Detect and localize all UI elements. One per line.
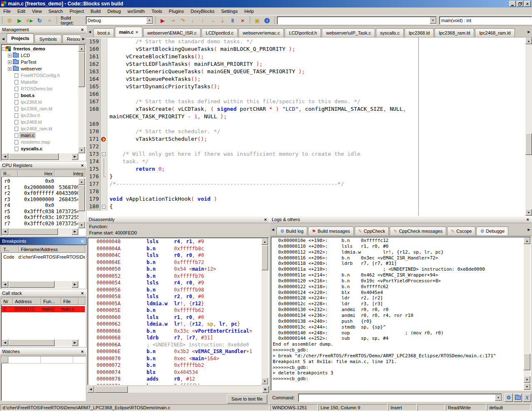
code-line[interactable]: 171 vTaskStartScheduler();	[87, 136, 525, 143]
menu-item-file[interactable]: File	[0, 7, 14, 15]
debug-stop-button[interactable]: ×	[238, 16, 248, 25]
scroll-left-icon[interactable]: ◀	[2, 153, 8, 160]
disassembly-row[interactable]: 00000060lslsr1, r0, #0	[88, 314, 261, 321]
scroll-down-icon[interactable]: ▼	[78, 222, 85, 228]
scroll-right-icon[interactable]: ▶	[72, 281, 78, 288]
debug-continue-button[interactable]: ▶	[158, 16, 168, 25]
disassembly-row[interactable]: 0000004Clslsr0, r0, #0	[88, 252, 261, 259]
minimize-button[interactable]	[509, 1, 516, 7]
chevron-down-icon[interactable]: ▼	[495, 394, 502, 401]
close-icon[interactable]: ×	[80, 239, 85, 244]
scroll-right-icon[interactable]: ▶	[72, 228, 78, 235]
tree-item-boot-s[interactable]: boot.s	[2, 92, 78, 99]
scroll-down-icon[interactable]: ▼	[261, 378, 268, 384]
collapse-icon[interactable]: -	[2, 47, 6, 51]
callstack-horizontal-scrollbar[interactable]: ◀ ▶	[2, 339, 78, 346]
compile-button[interactable]: ⚙	[5, 16, 15, 25]
code-line[interactable]: 159 /* Start the standard demo tasks. */	[87, 38, 525, 46]
symbol-browser-combo[interactable]: ▼	[277, 16, 437, 25]
scroll-down-icon[interactable]: ▼	[78, 147, 85, 153]
code-line[interactable]: 179void vApplicationTickHook( void )	[87, 196, 525, 203]
step-into-button[interactable]: ↓	[188, 16, 198, 25]
logs-tab-cppcheck[interactable]: ✎CppCheck	[355, 227, 389, 235]
editor-tab-main-c[interactable]: main.c×	[115, 27, 142, 37]
scroll-left-icon[interactable]: ◀	[2, 228, 8, 235]
register-row[interactable]: r70x3fffc02010737254	[2, 221, 78, 227]
editor-tab-webserver-emac-isr-c[interactable]: webserver\EMAC_ISR.c	[143, 28, 201, 37]
line-number[interactable]: 168	[87, 106, 101, 113]
step-out-button[interactable]: ↑	[198, 16, 208, 25]
logs-tabs-scroll-left-icon[interactable]: ◀	[270, 225, 276, 234]
expand-icon[interactable]: +	[8, 60, 12, 64]
column-header[interactable]: T...	[1, 246, 19, 253]
menu-item-debug[interactable]: Debug	[104, 7, 124, 15]
tabs-scroll-right-icon[interactable]: ▶	[80, 35, 87, 43]
next-line-button[interactable]: ↷	[178, 16, 188, 25]
menu-item-build[interactable]: Build	[87, 7, 104, 15]
next-instruction-button[interactable]: →	[208, 16, 218, 25]
close-icon[interactable]: ×	[80, 163, 85, 168]
disassembly-row[interactable]: 00000054lslsr4, r0, #9	[88, 280, 261, 287]
disassembly-row[interactable]: 0000007Ab.n0xfffffbbc	[88, 383, 261, 385]
menu-item-wxsmith[interactable]: wxSmith	[124, 7, 148, 15]
scrollbar-thumb[interactable]	[94, 386, 128, 393]
code-line[interactable]: 162 vStartLEDFlashTasks( mainFLASH_PRIOR…	[87, 61, 525, 68]
disassembly-row[interactable]: 00000056b.n0xfffffb98	[88, 287, 261, 294]
line-number[interactable]: 172	[87, 143, 101, 151]
line-number[interactable]: 180	[87, 203, 101, 211]
restore-button[interactable]	[517, 1, 523, 7]
disassembly-row[interactable]: 0000006Eb.n0x3b2 <vEMAC_ISR_Handler+1	[88, 349, 261, 356]
line-number[interactable]: 175	[87, 166, 101, 173]
logs-tab-debugge[interactable]: ⚙Debugge	[476, 227, 508, 235]
tree-item-partest[interactable]: +ParTest	[2, 59, 78, 65]
scrollbar-thumb[interactable]	[525, 133, 532, 155]
scroll-up-icon[interactable]: ▲	[261, 238, 268, 245]
disassembly-row[interactable]: 00000050b.n0x54 <main+12>	[88, 266, 261, 273]
toolbar-grip[interactable]	[56, 17, 57, 24]
menu-item-settings[interactable]: Settings	[218, 7, 241, 15]
tabs-scroll-left-icon[interactable]: ◀	[0, 35, 6, 43]
register-row[interactable]: r00x0	[2, 178, 78, 184]
code-line[interactable]: 163 vStartGenericQueueTasks( mainGEN_QUE…	[87, 68, 525, 76]
line-number[interactable]: 179	[87, 196, 101, 203]
step-into-instruction-button[interactable]: ⇣	[218, 16, 228, 25]
line-number[interactable]: 169	[87, 121, 101, 128]
register-row[interactable]: r40x0	[2, 202, 78, 209]
line-number[interactable]: 165	[87, 83, 101, 91]
build-and-run-button[interactable]: ⚙▶	[25, 16, 35, 25]
expand-icon[interactable]: +	[8, 67, 12, 71]
editor-tabs-scroll-left-icon[interactable]: ◀	[87, 27, 93, 36]
code-line[interactable]: 175 return 0;	[87, 166, 525, 173]
close-icon[interactable]: ×	[80, 349, 85, 354]
registers-horizontal-scrollbar[interactable]: ◀ ▶	[2, 228, 78, 235]
chevron-down-icon[interactable]: ▼	[146, 17, 153, 24]
clear-log-button[interactable]: X	[523, 394, 531, 402]
code-line[interactable]: 161 vCreateBlockTimeTasks();	[87, 53, 525, 61]
menu-item-view[interactable]: View	[29, 7, 45, 15]
code-editor[interactable]: 159 /* Start the standard demo tasks. */…	[87, 37, 532, 216]
disassembly-vertical-scrollbar[interactable]: ▲ ▼	[261, 238, 268, 384]
menu-item-project[interactable]: Project	[66, 7, 87, 15]
line-number[interactable]	[87, 113, 101, 121]
menu-item-plugins[interactable]: Plugins	[166, 7, 187, 15]
management-tab-symbols[interactable]: Symbols	[35, 35, 61, 43]
editor-tab-webserver-uip-task-c[interactable]: webserver\uIP_Task.c	[322, 28, 375, 37]
tree-item-syscalls-c[interactable]: syscalls.c	[2, 145, 78, 152]
tree-item-webserver[interactable]: +webserver	[2, 65, 78, 72]
editor-tab-webserver-emac-c[interactable]: webserver\emac.c	[239, 28, 284, 37]
scroll-up-icon[interactable]: ▲	[78, 178, 85, 185]
logs-tabs-scroll-right-icon[interactable]: ▶	[526, 225, 532, 234]
editor-tab-lpc2368-ram-ld[interactable]: lpc2368_ram.ld	[435, 28, 474, 37]
current-function-field[interactable]: main(void) : int	[439, 16, 532, 25]
code-line[interactable]: 165 vStartDynamicPriorityTasks();	[87, 83, 525, 91]
column-header[interactable]: Integ	[55, 170, 85, 177]
menu-item-tools[interactable]: Tools	[148, 7, 166, 15]
code-line[interactable]: 170 /* Start the scheduler. */	[87, 128, 525, 136]
breakpoint-execution-icon[interactable]	[101, 137, 106, 142]
code-line[interactable]: 169	[87, 121, 525, 128]
line-number[interactable]: 173	[87, 151, 101, 158]
tree-item-lpc2468-ram-ld[interactable]: lpc2468_ram.ld	[2, 125, 78, 132]
close-tab-icon[interactable]: ×	[136, 30, 138, 35]
column-header[interactable]: Filename/Address	[19, 246, 85, 253]
menu-item-help[interactable]: Help	[241, 7, 257, 15]
